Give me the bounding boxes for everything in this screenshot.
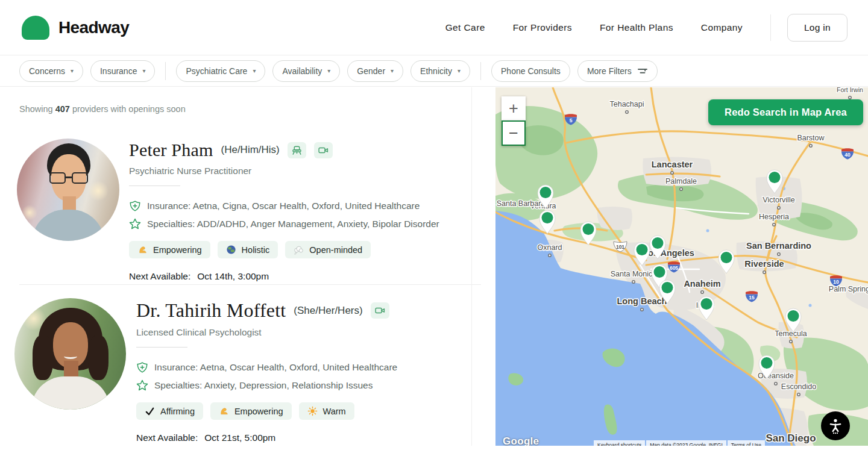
next-available-value: Oct 14th, 3:00pm (197, 271, 269, 281)
map-city-label: Fort Irwin (837, 87, 863, 93)
main-nav: Get Care For Providers For Health Plans … (445, 14, 787, 41)
shield-plus-icon (136, 361, 148, 373)
provider-name[interactable]: Dr. Tahirih Moffett (136, 299, 286, 322)
map-city-dot (849, 96, 851, 99)
brand-name: Headway (58, 18, 129, 37)
filter-insurance-label: Insurance (100, 66, 137, 76)
accessibility-person-icon (827, 417, 844, 434)
map-city-dot (775, 382, 777, 385)
map-city-label: Temecula (775, 329, 807, 338)
chevron-down-icon: ▾ (253, 68, 256, 74)
specialties-row: Specialties: ADD/ADHD, Anger Management,… (129, 216, 439, 232)
accessibility-button[interactable] (821, 411, 850, 440)
map-city-label: Riverside (744, 259, 784, 269)
filter-divider (165, 62, 166, 80)
map-city-dot (763, 271, 766, 273)
filter-gender[interactable]: Gender ▾ (347, 60, 403, 82)
google-logo[interactable]: Google (503, 435, 539, 446)
insurance-row: Insurance: Aetna, Oscar Health, Oxford, … (136, 359, 397, 375)
provider-card: Dr. Tahirih Moffett (She/Her/Hers) Licen… (14, 298, 397, 443)
login-button[interactable]: Log in (787, 14, 848, 42)
map-city-dot (671, 172, 673, 174)
chevron-down-icon: ▾ (327, 68, 330, 74)
map-city-dot (680, 188, 682, 190)
svg-text:5: 5 (570, 117, 573, 123)
nav-company[interactable]: Company (701, 22, 743, 33)
trait-badge-label: Open-minded (309, 245, 362, 255)
trait-badge-label: Empowering (153, 245, 202, 255)
in-person-sessions-badge (288, 142, 306, 158)
svg-text:101: 101 (616, 244, 624, 250)
map-city-label: Tehachapi (610, 100, 644, 108)
filter-ethnicity[interactable]: Ethnicity ▾ (410, 60, 470, 82)
trait-badge-label: Affirming (160, 407, 195, 416)
card-divider (19, 284, 481, 285)
terms-link[interactable]: Terms of Use (728, 440, 765, 446)
map-zoom-out-button[interactable]: − (502, 120, 526, 146)
results-count-text: Showing 407 providers with openings soon (19, 104, 186, 114)
provider-avatar[interactable] (17, 139, 119, 241)
keyboard-shortcuts-link[interactable]: Keyboard shortcuts (594, 440, 645, 446)
map-city-label: San Bernardino (746, 241, 811, 251)
svg-text:40: 40 (844, 152, 851, 158)
trait-badge-label: Empowering (234, 407, 283, 416)
filter-divider (480, 62, 481, 80)
filter-lines-icon (637, 67, 648, 75)
nav-get-care[interactable]: Get Care (445, 22, 485, 33)
highway-shield: 605 (668, 261, 680, 272)
specialties-text: Specialties: ADD/ADHD, Anger Management,… (147, 216, 439, 232)
trait-badge: Warm (299, 402, 354, 420)
provider-results-panel: Showing 407 providers with openings soon… (0, 87, 487, 446)
map-canvas[interactable]: 5401016051015 Fort IrwinTehachapiBarstow… (495, 87, 868, 446)
map-city-dot (797, 393, 800, 396)
filter-insurance[interactable]: Insurance ▾ (90, 60, 156, 82)
filter-concerns[interactable]: Concerns ▾ (19, 60, 83, 82)
map-city-label: Lancaster (652, 160, 693, 169)
provider-card: Peter Pham (He/Him/His) Psychiatric Nurs… (17, 139, 439, 282)
map-city-label: Hesperia (759, 213, 789, 221)
shield-plus-icon (129, 200, 141, 212)
results-suffix: providers with openings soon (72, 104, 186, 114)
provider-name[interactable]: Peter Pham (129, 140, 213, 160)
specialties-row: Specialties: Anxiety, Depression, Relati… (136, 377, 373, 393)
filter-more-filters[interactable]: More Filters (577, 60, 658, 82)
results-count: 407 (55, 104, 70, 114)
nav-for-providers[interactable]: For Providers (513, 22, 572, 33)
map-city-label: Long Beach (617, 296, 667, 306)
star-icon (136, 379, 148, 392)
card-mini-divider (136, 347, 187, 348)
filter-bar: Concerns ▾ Insurance ▾ Psychiatric Care … (0, 55, 868, 87)
trait-badge-label: Holistic (242, 245, 270, 255)
provider-title: Psychiatric Nurse Practitioner (129, 166, 251, 176)
map-city-label: Anaheim (684, 279, 720, 289)
map-city-dot (626, 111, 628, 113)
panel-edge-line (471, 87, 472, 446)
muscle-icon (137, 245, 148, 255)
map-city-dot (641, 308, 643, 311)
svg-text:605: 605 (670, 265, 678, 271)
results-prefix: Showing (19, 104, 53, 114)
map-city-label: Santa Barbara (497, 199, 546, 208)
chair-icon (291, 145, 303, 156)
headway-logo[interactable]: Headway (22, 16, 129, 40)
provider-pronouns: (He/Him/His) (221, 144, 279, 156)
trait-badge: Holistic (218, 241, 278, 258)
nav-for-health-plans[interactable]: For Health Plans (600, 22, 673, 33)
muscle-icon (219, 406, 229, 416)
map-graphic: 5401016051015 Fort IrwinTehachapiBarstow… (495, 87, 868, 446)
map-city-dot (549, 254, 551, 257)
filter-phone-consults[interactable]: Phone Consults (491, 60, 570, 82)
filter-psychiatric-care-label: Psychiatric Care (186, 66, 247, 76)
redo-search-button[interactable]: Redo Search in Map Area (708, 99, 863, 125)
filter-psychiatric-care[interactable]: Psychiatric Care ▾ (176, 60, 265, 82)
map-city-dot (778, 253, 780, 255)
map-zoom-in-button[interactable]: + (502, 96, 526, 120)
filter-ethnicity-label: Ethnicity (420, 66, 452, 76)
insurance-text: Insurance: Aetna, Oscar Health, Oxford, … (154, 359, 397, 375)
provider-avatar[interactable] (14, 298, 126, 410)
filter-gender-label: Gender (357, 66, 385, 76)
trait-badge: Empowering (210, 402, 292, 420)
next-available-label: Next Available: (129, 271, 190, 281)
filter-availability[interactable]: Availability ▾ (272, 60, 340, 82)
chevron-down-icon: ▾ (71, 68, 74, 74)
